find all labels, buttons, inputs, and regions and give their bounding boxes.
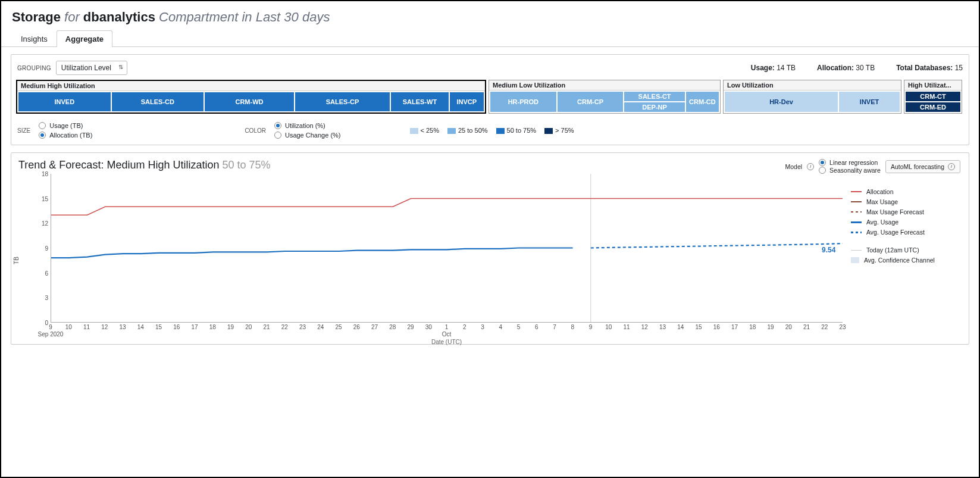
model-radio-linear[interactable]: Linear regression (819, 159, 881, 166)
tabs: Insights Aggregate (1, 30, 979, 47)
grouping-select[interactable]: Utilization Level (56, 61, 127, 75)
model-radio-seasonality[interactable]: Seasonality aware (819, 167, 881, 174)
summary-stats: Usage: 14 TB Allocation: 30 TB Total Dat… (751, 64, 963, 72)
size-radio-allocation[interactable]: Allocation (TB) (39, 132, 92, 139)
treemap-cell[interactable]: DEP-NP (624, 102, 684, 112)
treemap-cell[interactable]: SALES-CP (295, 92, 390, 111)
color-buckets: < 25% 25 to 50% 50 to 75% > 75% (410, 127, 574, 134)
info-icon[interactable]: i (807, 163, 814, 170)
color-radio-usage-change[interactable]: Usage Change (%) (274, 132, 341, 139)
treemap-cell[interactable]: SALES-CT (624, 92, 684, 101)
tab-insights[interactable]: Insights (12, 30, 57, 47)
treemap-legend: SIZE Usage (TB) Allocation (TB) COLOR Ut… (11, 118, 969, 145)
treemap-cell[interactable]: INVED (18, 92, 111, 111)
grouping-label: GROUPING (17, 65, 51, 71)
page-header: Storage for dbanalytics Compartment in L… (1, 1, 979, 30)
treemap-cell[interactable]: SALES-WT (391, 92, 448, 111)
treemap-group-high[interactable]: High Utilizat... CRM-CT CRM-ED (904, 80, 962, 114)
aggregate-panel: GROUPING Utilization Level Usage: 14 TB … (11, 54, 969, 145)
model-controls: Model i Linear regression Seasonality aw… (785, 159, 961, 174)
treemap-cell[interactable]: HR-PROD (490, 92, 556, 112)
treemap-cell[interactable]: HR-Dev (725, 92, 838, 112)
treemap-group-low[interactable]: Low Utilization HR-Dev INVET (723, 80, 901, 114)
treemap-cell[interactable]: SALES-CD (112, 92, 204, 111)
treemap-cell[interactable]: CRM-WD (205, 92, 294, 111)
treemap-cell[interactable]: CRM-CP (558, 92, 624, 112)
automl-button[interactable]: AutoML forecastingi (885, 160, 960, 173)
treemap-cell[interactable]: CRM-ED (906, 102, 960, 112)
trend-chart: TB 0369121518 Date (UTC) 9Sep 2020101112… (18, 174, 843, 340)
treemap-cell[interactable]: CRM-CD (686, 92, 719, 112)
tab-aggregate[interactable]: Aggregate (57, 30, 112, 47)
treemap-cell[interactable]: INVET (839, 92, 900, 112)
page-title: Storage for dbanalytics Compartment in L… (12, 10, 968, 25)
info-icon: i (948, 163, 955, 170)
chart-legend: Allocation Max Usage Max Usage Forecast … (843, 174, 962, 340)
toolbar: GROUPING Utilization Level Usage: 14 TB … (11, 55, 969, 80)
size-radio-usage[interactable]: Usage (TB) (39, 122, 92, 129)
treemap: Medium High Utilization INVED SALES-CD C… (11, 80, 969, 118)
trend-panel: Trend & Forecast: Medium High Utilizatio… (11, 152, 969, 345)
color-radio-utilization[interactable]: Utilization (%) (274, 122, 341, 129)
treemap-cell[interactable]: INVCP (450, 92, 484, 111)
treemap-group-medium-low[interactable]: Medium Low Utilization HR-PROD CRM-CP SA… (489, 80, 721, 114)
treemap-cell[interactable]: CRM-CT (906, 92, 960, 101)
treemap-group-medium-high[interactable]: Medium High Utilization INVED SALES-CD C… (16, 80, 486, 114)
